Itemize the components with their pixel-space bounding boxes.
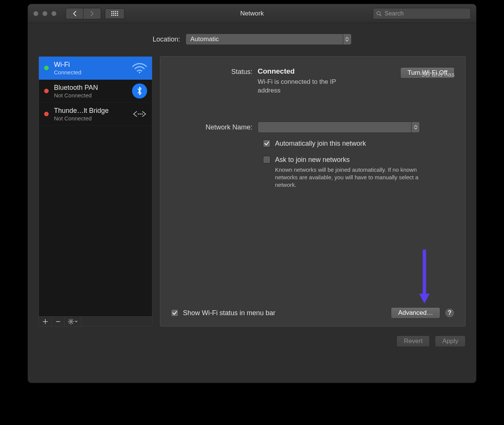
status-value: Connected — [258, 67, 400, 75]
service-status: Not Connected — [54, 92, 126, 99]
sidebar-footer-spacer — [81, 317, 152, 326]
service-text: Wi-Fi Connected — [54, 61, 126, 75]
zoom-window-button[interactable] — [51, 11, 57, 16]
ask-join-row: Ask to join new networks Known networks … — [263, 156, 455, 189]
bluetooth-icon — [132, 83, 148, 99]
location-value: Automatic — [191, 35, 219, 43]
content-area: Location: Automatic Wi-Fi Connected — [28, 23, 476, 354]
revert-button[interactable]: Revert — [396, 336, 430, 347]
svg-point-5 — [141, 113, 143, 114]
titlebar: Network — [28, 4, 476, 23]
close-window-button[interactable] — [33, 11, 38, 16]
svg-point-6 — [70, 320, 71, 322]
status-description: Wi-Fi is connected to the IP address — [258, 78, 341, 95]
chevron-down-icon — [345, 39, 349, 42]
location-row: Location: Automatic — [38, 34, 466, 45]
annotation-arrow-icon — [417, 249, 432, 306]
chevron-left-icon — [72, 11, 77, 16]
help-button[interactable]: ? — [445, 308, 455, 318]
location-select[interactable]: Automatic — [186, 34, 352, 45]
status-extra-text: ·5G and has — [419, 71, 455, 79]
add-service-button[interactable] — [39, 317, 52, 326]
show-menubar-label: Show Wi-Fi status in menu bar — [183, 309, 275, 317]
wifi-icon — [132, 60, 148, 76]
network-preferences-window: Network Location: Automatic — [28, 4, 476, 383]
chevron-down-icon — [75, 320, 78, 322]
status-label: Status: — [171, 67, 258, 76]
search-icon — [376, 11, 382, 17]
show-menubar-checkbox[interactable] — [171, 309, 178, 317]
service-item-thunderbolt[interactable]: Thunde…lt Bridge Not Connected — [39, 103, 152, 126]
ask-join-checkbox[interactable] — [263, 156, 270, 163]
grid-icon — [111, 11, 118, 16]
thunderbolt-bridge-icon — [132, 106, 148, 122]
select-stepper-icon — [343, 34, 351, 45]
back-button[interactable] — [66, 8, 83, 19]
service-item-bluetooth[interactable]: Bluetooth PAN Not Connected — [39, 80, 152, 103]
advanced-button[interactable]: Advanced… — [391, 307, 440, 319]
service-text: Bluetooth PAN Not Connected — [54, 84, 126, 99]
service-status: Connected — [54, 69, 126, 75]
service-list: Wi-Fi Connected Bluetooth PAN Not Connec… — [39, 57, 152, 316]
auto-join-checkbox[interactable] — [263, 140, 270, 147]
status-value-group: Connected Wi-Fi is connected to the IP a… — [258, 67, 400, 95]
service-sidebar: Wi-Fi Connected Bluetooth PAN Not Connec… — [38, 56, 152, 326]
main-row: Wi-Fi Connected Bluetooth PAN Not Connec… — [38, 56, 466, 326]
window-controls — [33, 11, 57, 16]
service-name: Thunde…lt Bridge — [54, 107, 126, 115]
service-text: Thunde…lt Bridge Not Connected — [54, 107, 126, 122]
minus-icon — [55, 319, 61, 324]
checkmark-icon — [172, 310, 177, 316]
ask-join-label: Ask to join new networks — [275, 156, 433, 164]
svg-point-2 — [139, 72, 140, 73]
service-name: Wi-Fi — [54, 61, 126, 69]
detail-panel: Status: Connected Wi-Fi is connected to … — [160, 56, 466, 326]
remove-service-button[interactable] — [52, 317, 65, 326]
ask-join-description: Known networks will be joined automatica… — [275, 166, 433, 189]
status-dot-icon — [44, 66, 49, 70]
apply-button[interactable]: Apply — [435, 336, 466, 347]
svg-point-3 — [138, 113, 139, 114]
plus-icon — [43, 319, 48, 324]
search-input[interactable] — [385, 10, 467, 17]
status-dot-icon — [44, 112, 49, 116]
chevron-down-icon — [414, 127, 418, 129]
network-name-row: Network Name: — [171, 122, 455, 133]
checkmark-icon — [264, 141, 269, 146]
detail-bottom-row: Show Wi-Fi status in menu bar Advanced… … — [171, 307, 455, 319]
service-name: Bluetooth PAN — [54, 84, 126, 92]
svg-line-1 — [380, 14, 381, 16]
network-name-select[interactable] — [258, 122, 420, 133]
service-item-wifi[interactable]: Wi-Fi Connected — [39, 57, 152, 80]
minimize-window-button[interactable] — [42, 11, 48, 16]
service-status: Not Connected — [54, 115, 126, 122]
network-name-label: Network Name: — [171, 123, 258, 131]
show-all-button[interactable] — [105, 8, 124, 19]
status-dot-icon — [44, 89, 49, 93]
auto-join-row: Automatically join this network — [263, 140, 455, 148]
footer-buttons: Revert Apply — [38, 336, 466, 347]
service-actions-menu[interactable] — [65, 317, 81, 326]
auto-join-label: Automatically join this network — [275, 140, 366, 148]
status-row: Status: Connected Wi-Fi is connected to … — [171, 67, 455, 95]
chevron-right-icon — [90, 11, 94, 16]
search-field-container — [373, 8, 471, 19]
gear-icon — [68, 319, 74, 325]
select-stepper-icon — [411, 122, 419, 132]
forward-button[interactable] — [83, 8, 101, 19]
svg-point-4 — [140, 113, 141, 114]
location-label: Location: — [152, 35, 180, 43]
sidebar-footer — [39, 316, 152, 326]
nav-buttons — [66, 8, 101, 19]
